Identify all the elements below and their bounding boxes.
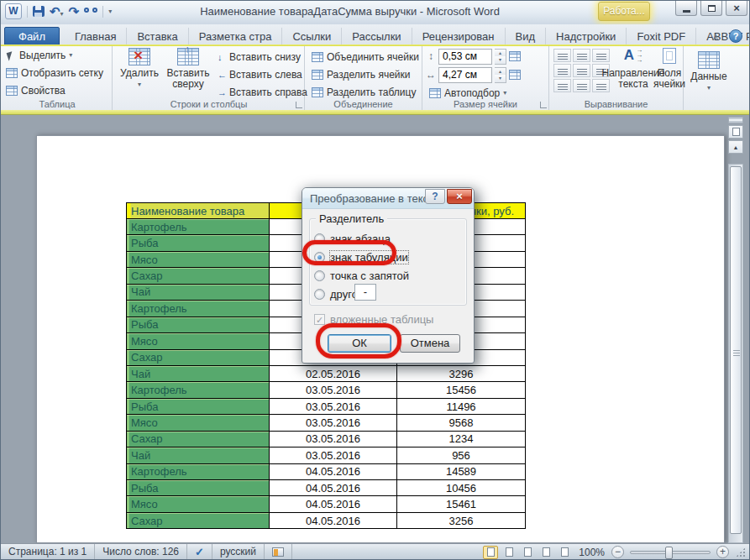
distribute-rows-icon[interactable]: [509, 51, 521, 61]
properties-button[interactable]: Свойства: [3, 81, 112, 99]
product-cell[interactable]: Сахар: [127, 512, 270, 528]
row-height-stepper[interactable]: ▴ ▾: [495, 49, 506, 65]
tab-вид[interactable]: Вид: [506, 28, 547, 46]
split-cells-button[interactable]: Разделить ячейки: [308, 65, 422, 83]
tab-разметка-стра[interactable]: Разметка стра: [189, 28, 283, 46]
product-cell[interactable]: Картофель: [127, 301, 270, 317]
product-cell[interactable]: Картофель: [127, 219, 270, 235]
distribute-columns-icon[interactable]: [509, 70, 521, 80]
date-cell[interactable]: 02.05.2016: [270, 365, 397, 381]
dialog-help-button[interactable]: ?: [425, 189, 445, 204]
product-cell[interactable]: Чай: [127, 284, 270, 300]
tab-рецензирован[interactable]: Рецензирован: [412, 28, 506, 46]
radio-semicolon[interactable]: точка с запятой: [314, 269, 409, 282]
spin-down-icon[interactable]: ▾: [495, 56, 506, 64]
align-top-right-button[interactable]: [592, 49, 610, 62]
scrollbar-track[interactable]: [728, 164, 743, 543]
product-cell[interactable]: Рыба: [127, 398, 270, 414]
draft-view-button[interactable]: [557, 546, 572, 559]
row-height-input[interactable]: 0,53 см: [438, 49, 492, 65]
radio-icon[interactable]: [314, 289, 325, 300]
align-bottom-center-button[interactable]: [573, 79, 590, 92]
tab-foxit-pdf[interactable]: Foxit PDF: [627, 28, 696, 46]
sum-cell[interactable]: 15461: [397, 496, 526, 512]
tab-вставка[interactable]: Вставка: [127, 28, 188, 46]
collapse-ribbon-icon[interactable]: ∧: [712, 31, 719, 42]
page-indicator[interactable]: Страница: 1 из 1: [1, 544, 95, 560]
date-cell[interactable]: 04.05.2016: [270, 512, 397, 528]
checkbox-icon[interactable]: ✓: [314, 314, 325, 325]
print-layout-view-button[interactable]: [483, 546, 498, 559]
tab-главная[interactable]: Главная: [65, 28, 127, 46]
tab-файл[interactable]: Файл: [4, 27, 60, 46]
sum-cell[interactable]: 11496: [397, 398, 526, 414]
select-button[interactable]: Выделить ▾: [3, 46, 112, 64]
product-cell[interactable]: Чай: [127, 447, 270, 463]
dialog-launcher-icon[interactable]: [540, 102, 547, 108]
date-cell[interactable]: 03.05.2016: [270, 447, 397, 463]
align-top-left-button[interactable]: [553, 49, 571, 62]
restore-button[interactable]: [700, 1, 722, 16]
spellcheck-status[interactable]: ✓: [187, 544, 212, 560]
minimize-button[interactable]: [675, 1, 697, 16]
column-width-stepper[interactable]: ▴ ▾: [495, 67, 506, 83]
zoom-level[interactable]: 100%: [579, 547, 605, 558]
tab-рассылки[interactable]: Рассылки: [342, 28, 412, 46]
product-cell[interactable]: Рыба: [127, 317, 270, 332]
zoom-slider-track[interactable]: [630, 551, 711, 554]
sum-cell[interactable]: 9568: [397, 415, 526, 431]
product-cell[interactable]: Мясо: [127, 415, 270, 431]
zoom-out-button[interactable]: −: [611, 546, 624, 558]
align-bottom-left-button[interactable]: [553, 79, 571, 92]
radio-semicolon-label[interactable]: точка с запятой: [330, 270, 409, 282]
data-button[interactable]: Данные ▾: [690, 51, 727, 93]
product-cell[interactable]: Мясо: [127, 251, 270, 267]
reading-view-button[interactable]: [501, 546, 517, 559]
undo-button[interactable]: ↶▾: [50, 4, 64, 19]
align-center-left-button[interactable]: [553, 64, 571, 77]
spin-up-icon[interactable]: ▴: [495, 50, 506, 57]
sum-cell[interactable]: 1234: [397, 431, 526, 447]
insert-left-button[interactable]: ← Вставить слева: [214, 65, 311, 83]
spin-down-icon[interactable]: ▾: [495, 75, 506, 82]
other-separator-input[interactable]: -: [354, 284, 376, 301]
panel-indicator[interactable]: [265, 544, 292, 560]
text-direction-button[interactable]: A →→→ Направление текста: [610, 48, 657, 90]
word-count[interactable]: Число слов: 126: [95, 544, 187, 560]
sum-cell[interactable]: 10456: [397, 480, 526, 496]
product-cell[interactable]: Мясо: [127, 333, 270, 349]
redo-icon[interactable]: ↷: [69, 6, 80, 18]
column-width-input[interactable]: 4,27 см: [438, 67, 492, 83]
product-cell[interactable]: Рыба: [127, 480, 270, 496]
tab-ссылки[interactable]: Ссылки: [282, 28, 342, 46]
zoom-slider-handle[interactable]: [665, 547, 673, 559]
product-cell[interactable]: Сахар: [127, 349, 270, 365]
align-top-center-button[interactable]: [573, 49, 590, 62]
view-gridlines-button[interactable]: Отобразить сетку: [3, 64, 112, 81]
sum-cell[interactable]: 3296: [397, 365, 526, 381]
date-cell[interactable]: 04.05.2016: [270, 496, 397, 512]
date-cell[interactable]: 04.05.2016: [270, 463, 397, 479]
scrollbar-thumb[interactable]: [730, 166, 742, 534]
help-icon[interactable]: ?: [729, 29, 742, 43]
product-cell[interactable]: Сахар: [127, 431, 270, 447]
save-icon[interactable]: [33, 6, 45, 17]
product-cell[interactable]: Картофель: [127, 382, 270, 398]
align-center-button[interactable]: [573, 64, 590, 77]
date-cell[interactable]: 03.05.2016: [270, 431, 397, 447]
sum-cell[interactable]: 956: [397, 447, 526, 463]
date-cell[interactable]: 03.05.2016: [270, 382, 397, 398]
scroll-up-button[interactable]: ▲: [728, 140, 743, 154]
insert-below-button[interactable]: ↓ Вставить снизу: [214, 48, 311, 65]
cancel-button[interactable]: Отмена: [400, 334, 460, 353]
sum-cell[interactable]: 3256: [397, 512, 526, 528]
undo-dropdown-icon[interactable]: ▾: [60, 10, 64, 18]
word-logo-icon[interactable]: W: [5, 3, 22, 19]
outline-view-button[interactable]: [538, 546, 553, 559]
product-cell[interactable]: Сахар: [127, 268, 270, 284]
close-button[interactable]: ×: [726, 1, 747, 16]
sum-cell[interactable]: 14589: [397, 463, 526, 479]
header-product[interactable]: Наименование товара: [127, 203, 270, 219]
dialog-close-button[interactable]: ×: [447, 189, 472, 204]
product-cell[interactable]: Картофель: [127, 463, 270, 479]
